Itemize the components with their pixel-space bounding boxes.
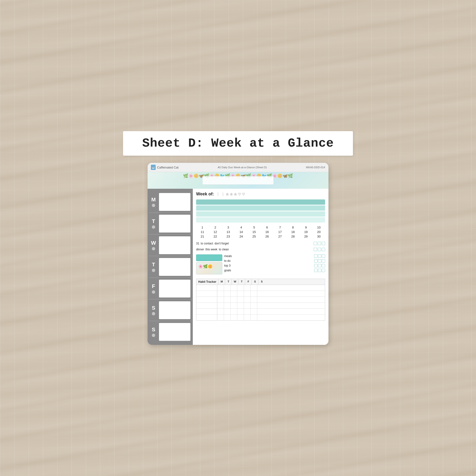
goals-check-1[interactable]: [314, 269, 318, 272]
days-sidebar: M T W: [148, 189, 193, 345]
week-icon-3: ☆: [226, 192, 229, 196]
label-this-week: this week: [205, 248, 217, 251]
habit-cell-4-1[interactable]: [217, 303, 224, 308]
middle-section: meals to do: [196, 255, 325, 274]
checkbox-r1-1[interactable]: [314, 242, 317, 245]
habit-cell-5-4[interactable]: [237, 309, 244, 314]
day-label-col-t1: T: [150, 218, 157, 229]
habit-cell-3-7[interactable]: [257, 297, 264, 303]
habit-cell-4-5[interactable]: [244, 303, 251, 308]
habit-cell-5-6[interactable]: [251, 309, 257, 314]
habit-cell-6-4[interactable]: [237, 315, 244, 320]
teal-box-4: [196, 217, 325, 222]
meals-check-1[interactable]: [314, 255, 318, 258]
week-icon-1: ❕: [216, 192, 220, 196]
habit-cell-1-6[interactable]: [251, 285, 257, 290]
checkbox-r1-3[interactable]: [322, 242, 325, 245]
checkbox-r2-1[interactable]: [314, 248, 317, 251]
day-box-f: [159, 280, 190, 298]
teal-box-2: [196, 205, 325, 211]
checkboxes-row1: [314, 242, 325, 245]
day-letter-f: F: [152, 283, 155, 289]
habit-cell-2-5[interactable]: [244, 291, 251, 297]
habit-cell-1-3[interactable]: [231, 285, 237, 290]
habit-cell-6-3[interactable]: [231, 315, 237, 320]
habit-cell-2-4[interactable]: [237, 291, 244, 297]
habit-cell-5-2[interactable]: [224, 309, 231, 314]
habit-cell-1-2[interactable]: [224, 285, 231, 290]
num-26: 26: [261, 235, 273, 238]
checkbox-r2-3[interactable]: [322, 248, 325, 251]
habit-cell-1-1[interactable]: [217, 285, 224, 290]
checkbox-r2-2[interactable]: [318, 248, 321, 251]
habit-row-1: [196, 285, 325, 291]
card-subtitle: A5 Daily Duo Week-at-a-Glance (Sheet D): [218, 166, 267, 169]
label-dont-forget: don't forget: [214, 242, 229, 245]
habit-cell-5-5[interactable]: [244, 309, 251, 314]
habit-cell-2-3[interactable]: [231, 291, 237, 297]
day-box-t1: [159, 215, 190, 233]
top3-check-3[interactable]: [322, 264, 325, 267]
day-dot-t2: [152, 269, 155, 272]
top3-check-1[interactable]: [314, 264, 318, 267]
habit-cell-6-6[interactable]: [251, 315, 257, 320]
num-2: 2: [209, 225, 221, 229]
label-todo: to do: [224, 259, 313, 262]
page-container: Sheet D: Week at a Glance ☕ Caffeinated …: [123, 131, 353, 345]
top3-checks: [314, 264, 325, 267]
num-24: 24: [235, 235, 247, 238]
habit-cell-4-2[interactable]: [224, 303, 231, 308]
day-row-wednesday: W: [148, 235, 193, 256]
top3-check-2[interactable]: [318, 264, 321, 267]
habit-cell-2-2[interactable]: [224, 291, 231, 297]
habit-cell-3-2[interactable]: [224, 297, 231, 303]
todo-check-2[interactable]: [318, 259, 321, 262]
day-letter-s1: S: [152, 305, 155, 311]
habit-cell-5-7[interactable]: [257, 309, 264, 314]
checkbox-r1-2[interactable]: [318, 242, 321, 245]
meals-check-2[interactable]: [318, 255, 321, 258]
habit-name-6: [196, 315, 217, 320]
day-box-s2: [159, 323, 190, 341]
habit-cell-3-4[interactable]: [237, 297, 244, 303]
goals-check-2[interactable]: [318, 269, 321, 272]
habit-cell-1-4[interactable]: [237, 285, 244, 290]
habit-cell-4-4[interactable]: [237, 303, 244, 308]
todo-check-1[interactable]: [314, 259, 318, 262]
goals-check-3[interactable]: [322, 269, 325, 272]
num-19: 19: [300, 230, 312, 234]
day-dot-s1: [152, 312, 155, 315]
habit-cell-5-3[interactable]: [231, 309, 237, 314]
day-row-friday: F: [148, 278, 193, 299]
day-label-col-f: F: [150, 283, 157, 294]
habit-cell-5-1[interactable]: [217, 309, 224, 314]
habit-cell-2-6[interactable]: [251, 291, 257, 297]
habit-cell-1-5[interactable]: [244, 285, 251, 290]
habit-cell-3-1[interactable]: [217, 297, 224, 303]
num-28: 28: [287, 235, 299, 238]
day-box-s1: [159, 301, 190, 319]
todo-check-3[interactable]: [322, 259, 325, 262]
day-dot-t1: [152, 225, 155, 229]
checkboxes-row2: [314, 248, 325, 251]
habit-cell-4-3[interactable]: [231, 303, 237, 308]
habit-cell-3-5[interactable]: [244, 297, 251, 303]
num-14: 14: [235, 230, 247, 234]
habit-cell-6-1[interactable]: [217, 315, 224, 320]
habit-cell-6-5[interactable]: [244, 315, 251, 320]
habit-cell-6-7[interactable]: [257, 315, 264, 320]
num-30: 30: [313, 235, 325, 238]
labels-row-1: 31 to contact don't forget: [196, 242, 325, 245]
meals-check-3[interactable]: [322, 255, 325, 258]
habit-cell-3-3[interactable]: [231, 297, 237, 303]
habit-cell-2-7[interactable]: [257, 291, 264, 297]
habit-cell-2-1[interactable]: [217, 291, 224, 297]
habit-cell-1-7[interactable]: [257, 285, 264, 290]
habit-cell-3-6[interactable]: [251, 297, 257, 303]
habit-cell-4-7[interactable]: [257, 303, 264, 308]
habit-cell-4-6[interactable]: [251, 303, 257, 308]
week-icon-5: ☆: [234, 192, 237, 196]
habit-cell-6-2[interactable]: [224, 315, 231, 320]
habit-row-5: [196, 309, 325, 315]
label-dinner: dinner: [196, 248, 204, 251]
